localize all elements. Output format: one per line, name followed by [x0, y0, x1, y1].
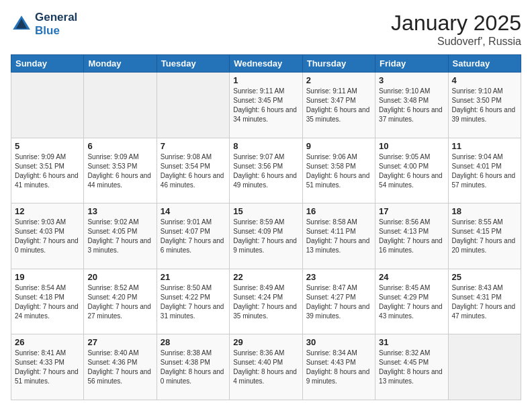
day-info: Sunrise: 9:11 AM Sunset: 3:45 PM Dayligh…	[233, 87, 298, 124]
day-info: Sunrise: 8:41 AM Sunset: 4:33 PM Dayligh…	[15, 349, 80, 386]
logo-text: General Blue	[35, 11, 77, 37]
day-number: 21	[161, 272, 226, 282]
day-info: Sunrise: 9:11 AM Sunset: 3:47 PM Dayligh…	[306, 87, 371, 124]
day-number: 3	[379, 75, 444, 85]
day-number: 18	[452, 206, 517, 216]
day-number: 9	[306, 141, 371, 151]
day-info: Sunrise: 8:52 AM Sunset: 4:20 PM Dayligh…	[87, 283, 152, 321]
calendar-cell: 31Sunrise: 8:32 AM Sunset: 4:45 PM Dayli…	[375, 334, 448, 400]
day-number: 5	[15, 141, 80, 151]
day-number: 26	[15, 337, 80, 347]
calendar-cell: 10Sunrise: 9:05 AM Sunset: 4:00 PM Dayli…	[375, 138, 448, 203]
day-number: 28	[161, 337, 226, 347]
calendar-cell	[84, 73, 157, 138]
calendar-cell: 30Sunrise: 8:34 AM Sunset: 4:43 PM Dayli…	[302, 334, 375, 400]
day-info: Sunrise: 8:47 AM Sunset: 4:27 PM Dayligh…	[306, 283, 371, 321]
calendar-cell: 9Sunrise: 9:06 AM Sunset: 3:58 PM Daylig…	[302, 138, 375, 203]
calendar-header-thursday: Thursday	[302, 55, 375, 73]
day-info: Sunrise: 8:38 AM Sunset: 4:38 PM Dayligh…	[161, 349, 226, 386]
calendar-cell: 14Sunrise: 9:01 AM Sunset: 4:07 PM Dayli…	[157, 203, 229, 269]
day-number: 13	[87, 206, 152, 216]
calendar-cell: 19Sunrise: 8:54 AM Sunset: 4:18 PM Dayli…	[11, 269, 84, 334]
calendar-cell	[448, 334, 521, 400]
day-info: Sunrise: 9:07 AM Sunset: 3:56 PM Dayligh…	[233, 152, 298, 190]
day-info: Sunrise: 9:10 AM Sunset: 3:48 PM Dayligh…	[379, 87, 444, 124]
calendar-cell: 29Sunrise: 8:36 AM Sunset: 4:40 PM Dayli…	[230, 334, 302, 400]
logo: General Blue	[11, 11, 77, 37]
day-info: Sunrise: 9:10 AM Sunset: 3:50 PM Dayligh…	[452, 87, 517, 124]
day-number: 15	[233, 206, 298, 216]
header: General Blue January 2025 Sudoverf', Rus…	[11, 11, 521, 48]
logo-icon	[11, 13, 32, 35]
day-info: Sunrise: 8:34 AM Sunset: 4:43 PM Dayligh…	[306, 349, 371, 386]
day-number: 23	[306, 272, 371, 282]
calendar-cell: 5Sunrise: 9:09 AM Sunset: 3:51 PM Daylig…	[11, 138, 84, 203]
calendar-week-row: 5Sunrise: 9:09 AM Sunset: 3:51 PM Daylig…	[11, 138, 521, 203]
calendar-cell: 17Sunrise: 8:56 AM Sunset: 4:13 PM Dayli…	[375, 203, 448, 269]
day-info: Sunrise: 8:32 AM Sunset: 4:45 PM Dayligh…	[379, 349, 444, 386]
calendar-cell: 20Sunrise: 8:52 AM Sunset: 4:20 PM Dayli…	[84, 269, 157, 334]
calendar-cell: 23Sunrise: 8:47 AM Sunset: 4:27 PM Dayli…	[302, 269, 375, 334]
location: Sudoverf', Russia	[391, 36, 521, 48]
calendar-header-friday: Friday	[375, 55, 448, 73]
calendar-cell: 2Sunrise: 9:11 AM Sunset: 3:47 PM Daylig…	[302, 73, 375, 138]
day-number: 29	[233, 337, 298, 347]
month-title: January 2025	[391, 11, 521, 36]
calendar-cell: 8Sunrise: 9:07 AM Sunset: 3:56 PM Daylig…	[230, 138, 302, 203]
day-number: 16	[306, 206, 371, 216]
day-number: 22	[233, 272, 298, 282]
calendar-cell: 22Sunrise: 8:49 AM Sunset: 4:24 PM Dayli…	[230, 269, 302, 334]
calendar-cell: 24Sunrise: 8:45 AM Sunset: 4:29 PM Dayli…	[375, 269, 448, 334]
day-info: Sunrise: 8:54 AM Sunset: 4:18 PM Dayligh…	[15, 283, 80, 321]
day-info: Sunrise: 8:49 AM Sunset: 4:24 PM Dayligh…	[233, 283, 298, 321]
day-number: 30	[306, 337, 371, 347]
calendar-cell	[157, 73, 229, 138]
calendar-cell: 4Sunrise: 9:10 AM Sunset: 3:50 PM Daylig…	[448, 73, 521, 138]
calendar-cell: 21Sunrise: 8:50 AM Sunset: 4:22 PM Dayli…	[157, 269, 229, 334]
calendar-week-row: 12Sunrise: 9:03 AM Sunset: 4:03 PM Dayli…	[11, 203, 521, 269]
page: General Blue January 2025 Sudoverf', Rus…	[0, 0, 532, 411]
day-info: Sunrise: 8:59 AM Sunset: 4:09 PM Dayligh…	[233, 218, 298, 255]
day-number: 27	[87, 337, 152, 347]
day-number: 17	[379, 206, 444, 216]
calendar-cell: 13Sunrise: 9:02 AM Sunset: 4:05 PM Dayli…	[84, 203, 157, 269]
day-info: Sunrise: 8:40 AM Sunset: 4:36 PM Dayligh…	[87, 349, 152, 386]
day-number: 7	[161, 141, 226, 151]
calendar-week-row: 19Sunrise: 8:54 AM Sunset: 4:18 PM Dayli…	[11, 269, 521, 334]
day-number: 10	[379, 141, 444, 151]
calendar-cell: 27Sunrise: 8:40 AM Sunset: 4:36 PM Dayli…	[84, 334, 157, 400]
day-number: 14	[161, 206, 226, 216]
day-info: Sunrise: 9:02 AM Sunset: 4:05 PM Dayligh…	[87, 218, 152, 255]
day-info: Sunrise: 9:05 AM Sunset: 4:00 PM Dayligh…	[379, 152, 444, 190]
day-info: Sunrise: 8:58 AM Sunset: 4:11 PM Dayligh…	[306, 218, 371, 255]
day-info: Sunrise: 8:45 AM Sunset: 4:29 PM Dayligh…	[379, 283, 444, 321]
calendar-header-saturday: Saturday	[448, 55, 521, 73]
day-info: Sunrise: 9:09 AM Sunset: 3:51 PM Dayligh…	[15, 152, 80, 190]
day-number: 19	[15, 272, 80, 282]
day-number: 8	[233, 141, 298, 151]
day-number: 31	[379, 337, 444, 347]
calendar-header-sunday: Sunday	[11, 55, 84, 73]
calendar-header-tuesday: Tuesday	[157, 55, 229, 73]
calendar-cell: 12Sunrise: 9:03 AM Sunset: 4:03 PM Dayli…	[11, 203, 84, 269]
calendar-cell: 26Sunrise: 8:41 AM Sunset: 4:33 PM Dayli…	[11, 334, 84, 400]
calendar-week-row: 1Sunrise: 9:11 AM Sunset: 3:45 PM Daylig…	[11, 73, 521, 138]
calendar-cell: 3Sunrise: 9:10 AM Sunset: 3:48 PM Daylig…	[375, 73, 448, 138]
day-number: 11	[452, 141, 517, 151]
day-info: Sunrise: 9:09 AM Sunset: 3:53 PM Dayligh…	[87, 152, 152, 190]
day-number: 2	[306, 75, 371, 85]
calendar-cell: 6Sunrise: 9:09 AM Sunset: 3:53 PM Daylig…	[84, 138, 157, 203]
day-info: Sunrise: 8:56 AM Sunset: 4:13 PM Dayligh…	[379, 218, 444, 255]
calendar-cell: 11Sunrise: 9:04 AM Sunset: 4:01 PM Dayli…	[448, 138, 521, 203]
calendar-week-row: 26Sunrise: 8:41 AM Sunset: 4:33 PM Dayli…	[11, 334, 521, 400]
day-info: Sunrise: 9:06 AM Sunset: 3:58 PM Dayligh…	[306, 152, 371, 190]
title-block: January 2025 Sudoverf', Russia	[391, 11, 521, 48]
day-number: 4	[452, 75, 517, 85]
calendar-cell: 16Sunrise: 8:58 AM Sunset: 4:11 PM Dayli…	[302, 203, 375, 269]
calendar-table: SundayMondayTuesdayWednesdayThursdayFrid…	[11, 54, 521, 400]
day-number: 20	[87, 272, 152, 282]
calendar-header-row: SundayMondayTuesdayWednesdayThursdayFrid…	[11, 55, 521, 73]
calendar-cell: 18Sunrise: 8:55 AM Sunset: 4:15 PM Dayli…	[448, 203, 521, 269]
day-number: 24	[379, 272, 444, 282]
day-number: 6	[87, 141, 152, 151]
